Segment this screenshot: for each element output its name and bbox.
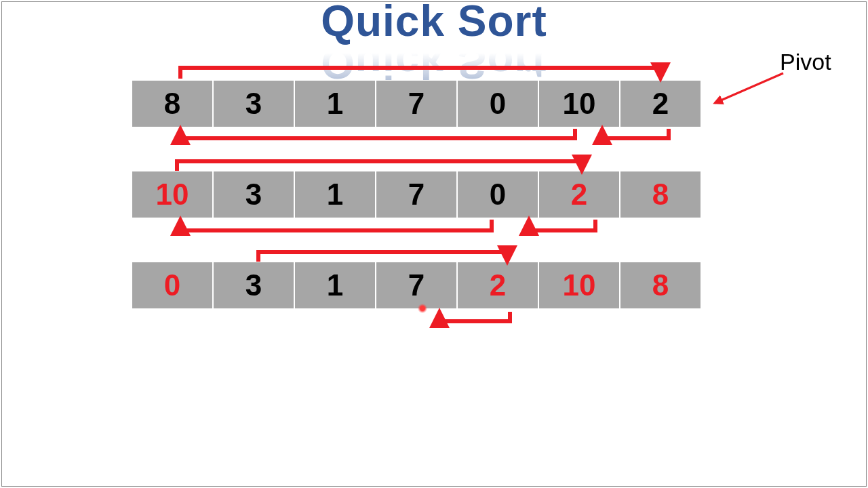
array-cell: 10	[538, 262, 620, 309]
laser-pointer-icon	[418, 304, 427, 313]
array-cell: 2	[620, 80, 701, 127]
array-cell: 7	[376, 262, 457, 309]
array-cell: 8	[620, 171, 701, 218]
array-cell: 8	[132, 80, 213, 127]
array-cell: 10	[538, 80, 620, 127]
array-rows: 831701021031702803172108	[132, 80, 701, 308]
array-cell: 2	[538, 171, 620, 218]
array-cell: 7	[376, 171, 457, 218]
array-cell: 7	[376, 80, 457, 127]
row-gap	[132, 126, 701, 171]
array-cell: 1	[294, 262, 376, 309]
row-gap	[132, 217, 701, 262]
array-cell: 10	[132, 171, 213, 218]
array-row: 03172108	[132, 262, 701, 308]
array-cell: 0	[457, 80, 538, 127]
array-cell: 1	[294, 171, 376, 218]
array-cell: 8	[620, 262, 701, 309]
array-row: 10317028	[132, 171, 701, 217]
pivot-label: Pivot	[780, 49, 831, 75]
array-cell: 3	[213, 80, 294, 127]
array-row: 83170102	[132, 80, 701, 126]
array-cell: 1	[294, 80, 376, 127]
array-cell: 3	[213, 171, 294, 218]
array-cell: 2	[457, 262, 538, 309]
array-cell: 3	[213, 262, 294, 309]
array-cell: 0	[457, 171, 538, 218]
array-cell: 0	[132, 262, 213, 309]
page-title: Quick Sort Quick Sort	[0, 0, 868, 88]
